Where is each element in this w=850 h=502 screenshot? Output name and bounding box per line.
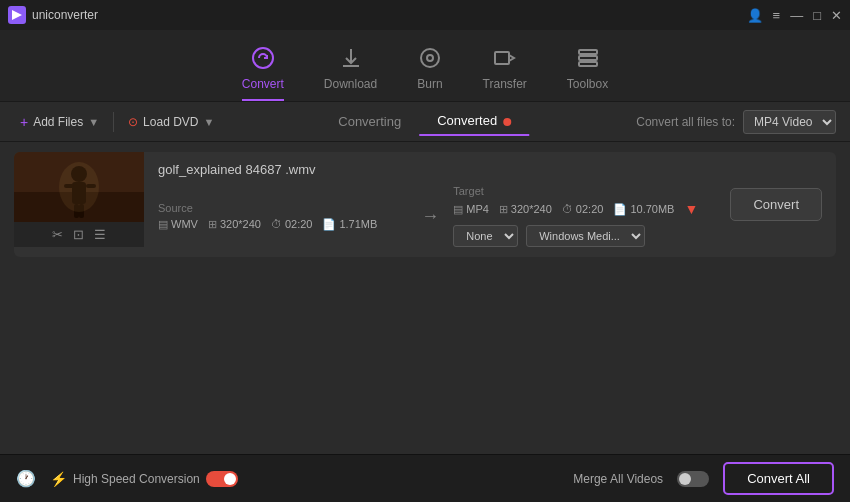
target-resolution: ⊞ 320*240 [499, 203, 552, 216]
file-s-icon: 📄 [322, 218, 336, 231]
nav-label-transfer: Transfer [483, 77, 527, 91]
svg-point-4 [427, 55, 433, 61]
svg-rect-5 [495, 52, 509, 64]
plus-icon: + [20, 114, 28, 130]
burn-icon [418, 46, 442, 73]
toolbar-left: + Add Files ▼ ⊙ Load DVD ▼ [14, 110, 220, 134]
source-size: 📄 1.71MB [322, 218, 377, 231]
load-dvd-chevron: ▼ [203, 116, 214, 128]
bolt-icon: ⚡ [50, 471, 67, 487]
nav-item-download[interactable]: Download [324, 46, 377, 101]
close-icon[interactable]: ✕ [831, 9, 842, 22]
format-select[interactable]: MP4 Video [743, 110, 836, 134]
sub-option-2-select[interactable]: Windows Medi... [526, 225, 645, 247]
main-content: ✂ ⊡ ☰ golf_explained 84687 .wmv Source ▤… [0, 142, 850, 454]
svg-point-3 [421, 49, 439, 67]
convert-button-wrap: Convert [716, 152, 836, 257]
source-box: Source ▤ WMV ⊞ 320*240 ⏱ 02:20 [158, 202, 407, 231]
file-name: golf_explained 84687 .wmv [158, 162, 702, 177]
title-bar: uniconverter 👤 ≡ — □ ✕ [0, 0, 850, 30]
target-format-icon: ▤ [453, 203, 463, 216]
load-dvd-button[interactable]: ⊙ Load DVD ▼ [122, 111, 220, 133]
user-icon[interactable]: 👤 [747, 9, 763, 22]
target-duration: ⏱ 02:20 [562, 203, 604, 215]
svg-marker-0 [12, 10, 22, 20]
source-duration: ⏱ 02:20 [271, 218, 313, 230]
svg-rect-7 [579, 56, 597, 60]
source-resolution: ⊞ 320*240 [208, 218, 261, 231]
target-file-icon: 📄 [613, 203, 627, 216]
svg-rect-6 [579, 50, 597, 54]
nav-item-transfer[interactable]: Transfer [483, 46, 527, 101]
toolbox-icon [576, 46, 600, 73]
nav-item-burn[interactable]: Burn [417, 46, 442, 101]
sub-option-1-select[interactable]: None [453, 225, 518, 247]
arrow-icon: → [421, 206, 439, 227]
title-bar-controls: 👤 ≡ — □ ✕ [747, 9, 842, 22]
thumb-controls: ✂ ⊡ ☰ [14, 222, 144, 247]
crop-icon[interactable]: ⊡ [73, 227, 84, 242]
toolbar-right: Convert all files to: MP4 Video [636, 110, 836, 134]
convert-all-button[interactable]: Convert All [723, 462, 834, 495]
divider [113, 112, 114, 132]
svg-rect-8 [579, 62, 597, 66]
nav-label-toolbox: Toolbox [567, 77, 608, 91]
nav-item-toolbox[interactable]: Toolbox [567, 46, 608, 101]
bottom-bar: 🕐 ⚡ High Speed Conversion Merge All Vide… [0, 454, 850, 502]
res-icon: ⊞ [208, 218, 217, 231]
clock-s-icon: ⏱ [271, 218, 282, 230]
converted-badge [504, 118, 512, 126]
target-label: Target [453, 185, 702, 197]
convert-icon [251, 46, 275, 73]
cut-icon[interactable]: ✂ [52, 227, 63, 242]
file-thumbnail-area: ✂ ⊡ ☰ [14, 152, 144, 257]
target-dropdown-button[interactable]: ▼ [684, 201, 698, 217]
nav-label-download: Download [324, 77, 377, 91]
speed-section: ⚡ High Speed Conversion [50, 471, 238, 487]
svg-point-17 [59, 162, 99, 212]
download-icon [339, 46, 363, 73]
source-format: ▤ WMV [158, 218, 198, 231]
tab-converted[interactable]: Converted [419, 107, 530, 136]
toolbar: + Add Files ▼ ⊙ Load DVD ▼ Converting Co… [0, 102, 850, 142]
menu-icon[interactable]: ≡ [773, 9, 781, 22]
bottom-right: Merge All Videos Convert All [573, 462, 834, 495]
toolbar-inner: + Add Files ▼ ⊙ Load DVD ▼ Converting Co… [14, 110, 836, 134]
schedule-icon[interactable]: 🕐 [16, 469, 36, 488]
settings-icon[interactable]: ☰ [94, 227, 106, 242]
source-details: ▤ WMV ⊞ 320*240 ⏱ 02:20 📄 [158, 218, 407, 231]
source-label: Source [158, 202, 407, 214]
convert-all-label: Convert all files to: [636, 115, 735, 129]
bottom-left: 🕐 ⚡ High Speed Conversion [16, 469, 238, 488]
speed-label: High Speed Conversion [73, 472, 200, 486]
add-files-button[interactable]: + Add Files ▼ [14, 110, 105, 134]
speed-toggle[interactable] [206, 471, 238, 487]
source-target: Source ▤ WMV ⊞ 320*240 ⏱ 02:20 [158, 185, 702, 247]
target-box: Target ▤ MP4 ⊞ 320*240 ⏱ 02:20 [453, 185, 702, 247]
app-title-text: uniconverter [32, 8, 98, 22]
maximize-icon[interactable]: □ [813, 9, 821, 22]
nav-bar: Convert Download Burn Transfer [0, 30, 850, 102]
thumbnail [14, 152, 144, 222]
title-bar-left: uniconverter [8, 6, 98, 24]
dvd-icon: ⊙ [128, 115, 138, 129]
nav-label-burn: Burn [417, 77, 442, 91]
target-details: ▤ MP4 ⊞ 320*240 ⏱ 02:20 📄 [453, 201, 702, 217]
merge-label: Merge All Videos [573, 472, 663, 486]
file-item: ✂ ⊡ ☰ golf_explained 84687 .wmv Source ▤… [14, 152, 836, 257]
tab-converting[interactable]: Converting [320, 107, 419, 136]
svg-point-1 [253, 48, 273, 68]
target-format: ▤ MP4 [453, 203, 489, 216]
tab-group: Converting Converted [320, 107, 529, 136]
convert-button[interactable]: Convert [730, 188, 822, 221]
minimize-icon[interactable]: — [790, 9, 803, 22]
transfer-icon [493, 46, 517, 73]
target-res-icon: ⊞ [499, 203, 508, 216]
file-info: golf_explained 84687 .wmv Source ▤ WMV ⊞… [144, 152, 716, 257]
merge-toggle[interactable] [677, 471, 709, 487]
nav-item-convert[interactable]: Convert [242, 46, 284, 101]
nav-label-convert: Convert [242, 77, 284, 91]
sub-options: None Windows Medi... [453, 225, 702, 247]
app-logo [8, 6, 26, 24]
add-files-chevron: ▼ [88, 116, 99, 128]
